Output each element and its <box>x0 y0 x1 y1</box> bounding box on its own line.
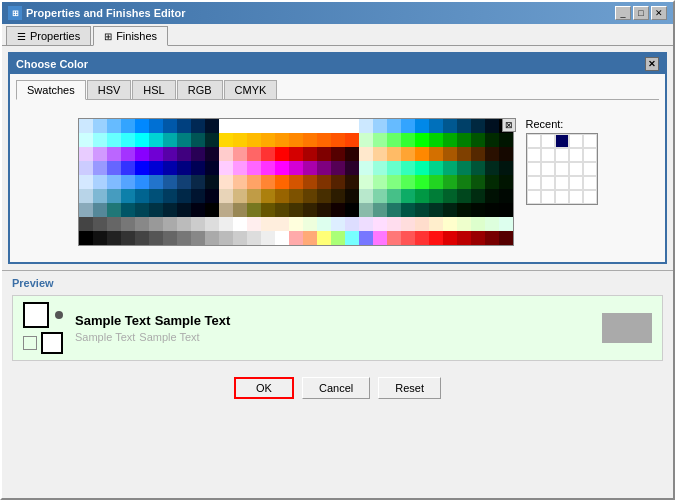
color-cell[interactable] <box>289 189 303 203</box>
minimize-button[interactable]: _ <box>615 6 631 20</box>
color-cell[interactable] <box>401 147 415 161</box>
color-cell[interactable] <box>149 175 163 189</box>
color-cell[interactable] <box>443 189 457 203</box>
color-cell[interactable] <box>205 217 219 231</box>
color-cell[interactable] <box>359 147 373 161</box>
color-cell[interactable] <box>499 217 513 231</box>
color-cell[interactable] <box>163 119 177 133</box>
color-cell[interactable] <box>471 217 485 231</box>
color-cell[interactable] <box>387 231 401 245</box>
color-cell[interactable] <box>121 161 135 175</box>
color-cell[interactable] <box>317 119 331 133</box>
color-cell[interactable] <box>331 161 345 175</box>
color-cell[interactable] <box>359 217 373 231</box>
color-cell[interactable] <box>93 217 107 231</box>
color-cell[interactable] <box>471 175 485 189</box>
color-cell[interactable] <box>373 189 387 203</box>
color-cell[interactable] <box>499 161 513 175</box>
color-cell[interactable] <box>443 119 457 133</box>
color-cell[interactable] <box>485 147 499 161</box>
recent-cell[interactable] <box>555 162 569 176</box>
color-cell[interactable] <box>205 161 219 175</box>
color-cell[interactable] <box>205 189 219 203</box>
color-cell[interactable] <box>303 133 317 147</box>
color-cell[interactable] <box>219 189 233 203</box>
color-cell[interactable] <box>261 189 275 203</box>
color-cell[interactable] <box>345 217 359 231</box>
color-cell[interactable] <box>163 147 177 161</box>
color-cell[interactable] <box>429 147 443 161</box>
color-cell[interactable] <box>485 231 499 245</box>
color-cell[interactable] <box>457 189 471 203</box>
tab-rgb[interactable]: RGB <box>177 80 223 99</box>
color-cell[interactable] <box>261 133 275 147</box>
color-cell[interactable] <box>387 119 401 133</box>
color-cell[interactable] <box>443 231 457 245</box>
color-cell[interactable] <box>331 147 345 161</box>
color-cell[interactable] <box>247 147 261 161</box>
color-cell[interactable] <box>79 119 93 133</box>
color-cell[interactable] <box>499 147 513 161</box>
color-cell[interactable] <box>289 175 303 189</box>
color-cell[interactable] <box>303 119 317 133</box>
recent-cell[interactable] <box>583 148 597 162</box>
color-cell[interactable] <box>79 231 93 245</box>
color-cell[interactable] <box>261 203 275 217</box>
maximize-button[interactable]: □ <box>633 6 649 20</box>
recent-cell[interactable] <box>583 162 597 176</box>
color-cell[interactable] <box>345 175 359 189</box>
color-cell[interactable] <box>149 189 163 203</box>
color-cell[interactable] <box>121 231 135 245</box>
recent-cell[interactable] <box>527 190 541 204</box>
color-cell[interactable] <box>471 189 485 203</box>
color-cell[interactable] <box>485 161 499 175</box>
color-cell[interactable] <box>107 217 121 231</box>
color-cell[interactable] <box>247 119 261 133</box>
color-cell[interactable] <box>387 203 401 217</box>
scroll-indicator[interactable]: ⊠ <box>502 118 516 132</box>
color-cell[interactable] <box>443 133 457 147</box>
color-cell[interactable] <box>415 133 429 147</box>
color-cell[interactable] <box>373 203 387 217</box>
color-cell[interactable] <box>345 203 359 217</box>
color-cell[interactable] <box>415 189 429 203</box>
color-cell[interactable] <box>317 133 331 147</box>
recent-cell[interactable] <box>527 148 541 162</box>
color-cell[interactable] <box>485 175 499 189</box>
color-cell[interactable] <box>163 133 177 147</box>
color-cell[interactable] <box>177 161 191 175</box>
recent-cell[interactable] <box>569 148 583 162</box>
color-cell[interactable] <box>93 161 107 175</box>
tab-properties[interactable]: ☰ Properties <box>6 26 91 45</box>
color-cell[interactable] <box>415 203 429 217</box>
color-cell[interactable] <box>373 231 387 245</box>
color-cell[interactable] <box>219 147 233 161</box>
color-cell[interactable] <box>289 231 303 245</box>
color-cell[interactable] <box>401 119 415 133</box>
color-cell[interactable] <box>275 133 289 147</box>
color-cell[interactable] <box>261 161 275 175</box>
close-button[interactable]: ✕ <box>651 6 667 20</box>
color-cell[interactable] <box>233 175 247 189</box>
color-cell[interactable] <box>107 189 121 203</box>
color-cell[interactable] <box>429 189 443 203</box>
color-cell[interactable] <box>149 161 163 175</box>
color-cell[interactable] <box>457 203 471 217</box>
color-cell[interactable] <box>219 161 233 175</box>
color-cell[interactable] <box>415 161 429 175</box>
color-cell[interactable] <box>191 133 205 147</box>
color-cell[interactable] <box>205 147 219 161</box>
color-cell[interactable] <box>317 231 331 245</box>
color-cell[interactable] <box>205 175 219 189</box>
color-cell[interactable] <box>317 189 331 203</box>
color-cell[interactable] <box>471 147 485 161</box>
color-cell[interactable] <box>219 175 233 189</box>
color-cell[interactable] <box>275 217 289 231</box>
color-cell[interactable] <box>261 119 275 133</box>
color-cell[interactable] <box>275 147 289 161</box>
color-cell[interactable] <box>177 189 191 203</box>
color-cell[interactable] <box>457 161 471 175</box>
recent-cell[interactable] <box>541 134 555 148</box>
color-cell[interactable] <box>177 133 191 147</box>
color-cell[interactable] <box>401 133 415 147</box>
